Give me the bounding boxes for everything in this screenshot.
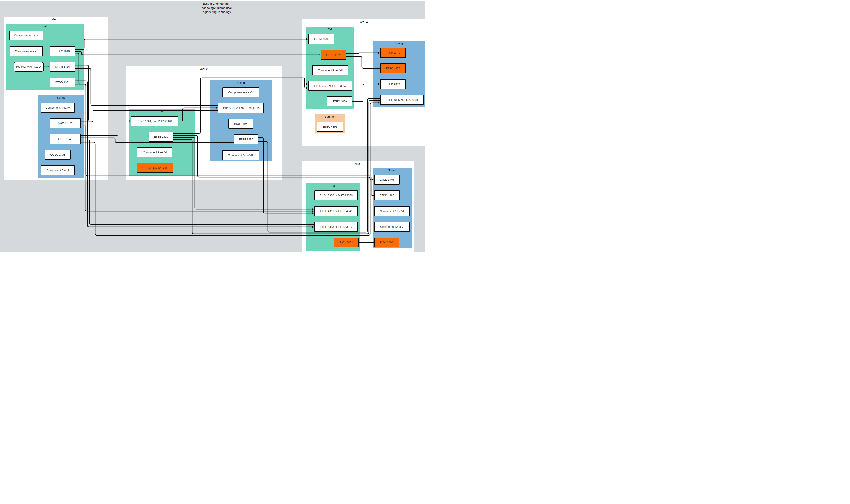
edge-etec1010-to-etsm3386 bbox=[75, 39, 308, 50]
course-box-comp8: Component Area VIII bbox=[223, 150, 259, 160]
course-box-etec4374: ETEC 4374 bbox=[320, 50, 346, 60]
course-box-etec4099: ETEC 4099 bbox=[327, 96, 352, 106]
course-box-comp9: Component Area IX bbox=[9, 31, 43, 40]
course-box-math1410: MATH 1410 bbox=[50, 62, 75, 72]
course-box-etdd1361: ETDD 1361 bbox=[50, 78, 75, 87]
course-box-math1314: Pre-req: MATH 1314 bbox=[14, 62, 44, 72]
course-box-etec1010: ETEC 1010 bbox=[50, 46, 75, 56]
course-box-comp6y2: Component Area VI bbox=[137, 147, 172, 157]
course-box-etee4352: ETEE 4352 or ETEC 4340 bbox=[314, 206, 358, 216]
edge-etee3350-to-etee4352 bbox=[258, 138, 314, 213]
course-box-phys1301: PHYS 1301; Lab PHYS 1101 bbox=[131, 116, 178, 126]
course-box-etee3313: ETEE 3313 or ETDD 3310 bbox=[314, 222, 358, 232]
course-box-cosc1436: COSC 1436 bbox=[45, 150, 71, 160]
edge-etec4374-to-etsm4377 bbox=[346, 53, 380, 53]
course-box-math1420: MATH 1420 bbox=[50, 118, 81, 128]
edge-math1410-to-phys1302 bbox=[75, 68, 218, 106]
flowchart-canvas: B.S. in Engineering Technology: Biomedic… bbox=[0, 0, 425, 252]
course-box-comp7y2: Component Area VII bbox=[223, 87, 259, 97]
course-box-etee4355: ETEE 4355 or ETEC 4384 bbox=[380, 95, 424, 105]
course-box-comp5: Component Area V bbox=[374, 222, 410, 232]
course-box-etec4391: ETEC 4391 bbox=[317, 122, 343, 131]
edge-etee2320-to-etee4352 bbox=[173, 137, 314, 209]
course-box-etee1340: ETEE 1340 bbox=[50, 134, 81, 144]
course-box-etee3345: ETEE 3345 bbox=[374, 175, 400, 185]
course-box-biol2404: BIOL 2404 bbox=[374, 237, 399, 248]
course-box-comp4: Component Area IV bbox=[41, 103, 75, 112]
course-box-etec4399: ETEC 4399 bbox=[380, 79, 405, 89]
edge-etec1010-to-etec4374 bbox=[75, 51, 320, 55]
course-box-etdd4388: ETDD 4388 bbox=[374, 191, 400, 200]
course-box-chem1407: CHEM 1407 or 1411 bbox=[137, 163, 173, 173]
course-box-etec4375: ETEC 4375 bbox=[380, 64, 406, 73]
course-box-etee3376: ETEE 3376 or ETEC 3367 bbox=[308, 81, 352, 91]
course-box-etsm3386: ETSM 3386 bbox=[308, 34, 334, 44]
edge-etee1340-to-etee3313 bbox=[81, 140, 314, 224]
edge-etec1010-to-etee3376 bbox=[75, 53, 308, 84]
edge-etee1340-to-etee2320 bbox=[81, 136, 148, 136]
edge-math1410-to-phys1301 bbox=[75, 65, 131, 121]
course-box-comp1f: Component Area I bbox=[10, 46, 43, 56]
course-box-engl3330: ENGL 3330 or MATH 3379 bbox=[314, 191, 358, 200]
edge-phys1301-to-phys1302 bbox=[178, 108, 218, 121]
edge-math1420-to-etee4352 bbox=[81, 125, 314, 211]
course-box-biol2403: BIOL 2403 bbox=[334, 237, 359, 248]
course-box-comp7y4: Component Area VII bbox=[312, 65, 348, 75]
course-box-etee2320: ETEE 2320 bbox=[149, 131, 173, 142]
edge-etee2320-to-etee3345 bbox=[173, 136, 374, 180]
edge-etec4099-to-etec4399 bbox=[352, 84, 380, 102]
course-box-etsm4377: ETSM 4377 bbox=[380, 48, 406, 58]
course-box-comp1s: Component Area I bbox=[41, 165, 75, 175]
course-box-comp6y3: Component Area VI bbox=[374, 206, 410, 216]
edge-etec4374-to-etec4375 bbox=[346, 56, 380, 68]
course-box-phys1302: PHYS 1302; Lab PHYS 1102 bbox=[218, 103, 264, 113]
course-box-biol1406: BIOL 1406 bbox=[228, 119, 253, 129]
course-box-etee3350: ETEE 3350 bbox=[234, 134, 258, 144]
